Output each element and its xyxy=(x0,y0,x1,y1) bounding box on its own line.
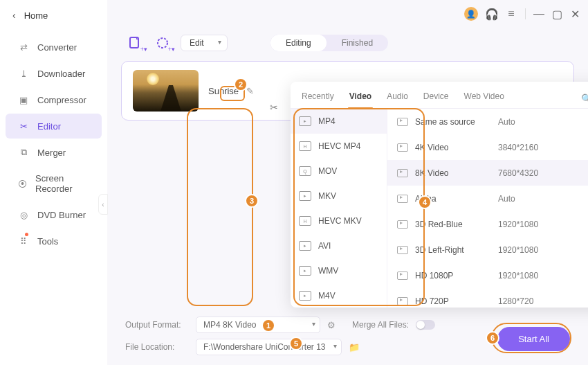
file-location-label: File Location: xyxy=(125,342,189,352)
profile-row[interactable]: 3D Left-Right1920*1080✎ xyxy=(387,237,588,262)
sidebar-item-converter[interactable]: ⇄ Converter xyxy=(6,35,102,60)
film-icon: H xyxy=(299,216,311,226)
callout-4: 4 xyxy=(418,195,432,209)
edit-dd-label: Edit xyxy=(190,38,204,48)
callout-1: 1 xyxy=(261,319,275,332)
sidebar-item-tools[interactable]: ⠿ Tools xyxy=(6,229,102,253)
file-location-dropdown[interactable]: F:\Wondershare UniConverter 13 ▾ xyxy=(196,339,342,355)
search-icon: 🔍 xyxy=(581,94,588,104)
format-mp4[interactable]: ▸MP4 xyxy=(291,109,387,134)
video-icon xyxy=(397,195,408,203)
film-icon: ▸ xyxy=(299,266,311,276)
format-mov[interactable]: QMOV xyxy=(291,159,387,184)
profile-row[interactable]: AlphaAuto✎ xyxy=(387,186,588,211)
sidebar-item-downloader[interactable]: ⤓ Downloader xyxy=(6,61,102,86)
video-icon xyxy=(397,169,408,177)
compress-icon: ▣ xyxy=(18,94,29,105)
cut-icon[interactable]: ✂ xyxy=(270,102,278,113)
add-file-button[interactable]: +▾ xyxy=(125,35,145,51)
profile-row[interactable]: HD 720P1280*720✎ xyxy=(387,288,588,308)
settings-icon[interactable]: ⚙ xyxy=(327,320,336,330)
media-thumbnail[interactable] xyxy=(133,70,199,112)
tab-device[interactable]: Device xyxy=(422,89,450,108)
format-wmv[interactable]: ▸WMV xyxy=(291,258,387,283)
format-avi[interactable]: ▸AVI xyxy=(291,233,387,258)
sidebar-item-compressor[interactable]: ▣ Compressor xyxy=(6,87,102,112)
profile-row[interactable]: 8K Video7680*4320✎ xyxy=(387,160,588,186)
bottom-bar: Output Format: MP4 8K Video ▾ ⚙ Merge Al… xyxy=(107,310,588,365)
main-area: +▾ +▾ Edit Editing Finished Sunrise ✎ ✂ … xyxy=(107,0,588,365)
film-icon: ▸ xyxy=(299,116,311,126)
tab-recently[interactable]: Recently xyxy=(300,89,336,108)
output-format-label: Output Format: xyxy=(125,320,189,330)
svg-point-1 xyxy=(158,38,167,48)
nav-label: Merger xyxy=(37,148,66,158)
pill-editing[interactable]: Editing xyxy=(270,35,327,51)
panel-search[interactable]: 🔍 Search xyxy=(581,94,588,104)
converter-icon: ⇄ xyxy=(18,42,29,53)
format-list: ▸MP4 HHEVC MP4 QMOV ▸MKV HHEVC MKV ▸AVI … xyxy=(291,109,387,308)
folder-open-icon[interactable]: 📁 xyxy=(349,342,360,353)
panel-tabs: Recently Video Audio Device Web Video 🔍 … xyxy=(291,82,588,109)
merge-icon: ⧉ xyxy=(18,147,29,158)
tab-web-video[interactable]: Web Video xyxy=(463,89,506,108)
home-back[interactable]: ‹ Home xyxy=(0,6,107,33)
profile-row[interactable]: 3D Red-Blue1920*1080✎ xyxy=(387,211,588,237)
callout-6: 6 xyxy=(486,331,499,345)
callout-5: 5 xyxy=(289,337,303,350)
nav-label: Converter xyxy=(37,42,77,53)
nav-label: Downloader xyxy=(37,69,85,79)
merge-toggle[interactable] xyxy=(416,320,435,330)
chevron-down-icon: ▾ xyxy=(312,320,315,328)
scissors-icon: ✂ xyxy=(18,121,29,132)
nav-label: Editor xyxy=(37,121,61,132)
sidebar-item-merger[interactable]: ⧉ Merger xyxy=(6,140,102,165)
chevron-down-icon: ▾ xyxy=(333,342,337,350)
sidebar-item-editor[interactable]: ✂ Editor xyxy=(6,114,102,139)
edit-mode-dropdown[interactable]: Edit xyxy=(181,35,228,51)
profile-row[interactable]: Same as sourceAuto✎ xyxy=(387,109,588,134)
pill-finished[interactable]: Finished xyxy=(327,35,388,51)
rename-icon[interactable]: ✎ xyxy=(246,86,254,96)
record-icon: ⦿ xyxy=(18,178,27,189)
film-icon: Q xyxy=(299,166,311,176)
film-icon: ▸ xyxy=(299,291,311,301)
video-icon xyxy=(397,297,408,305)
film-icon: H xyxy=(299,141,311,151)
video-icon xyxy=(397,143,408,152)
output-format-dropdown[interactable]: MP4 8K Video ▾ xyxy=(196,317,320,333)
collapse-sidebar-button[interactable]: ‹ xyxy=(98,194,108,215)
video-icon xyxy=(397,246,408,254)
video-icon xyxy=(397,271,408,280)
tab-video[interactable]: Video xyxy=(348,89,373,108)
status-pills: Editing Finished xyxy=(270,35,388,51)
sidebar-item-dvd-burner[interactable]: ◎ DVD Burner xyxy=(6,202,102,227)
file-location-value: F:\Wondershare UniConverter 13 xyxy=(203,342,326,352)
profile-row[interactable]: HD 1080P1920*1080✎ xyxy=(387,262,588,288)
nav-label: Screen Recorder xyxy=(35,173,89,194)
format-hevc-mp4[interactable]: HHEVC MP4 xyxy=(291,134,387,159)
grid-icon: ⠿ xyxy=(18,235,29,247)
format-hevc-mkv[interactable]: HHEVC MKV xyxy=(291,208,387,233)
sidebar-item-screen-recorder[interactable]: ⦿ Screen Recorder xyxy=(6,166,102,201)
start-all-button[interactable]: Start All xyxy=(497,327,570,351)
output-format-value: MP4 8K Video xyxy=(203,320,257,330)
tab-audio[interactable]: Audio xyxy=(385,89,410,108)
format-mkv[interactable]: ▸MKV xyxy=(291,184,387,208)
chevron-left-icon: ‹ xyxy=(12,10,16,21)
film-icon: ▸ xyxy=(299,241,311,251)
toolbar: +▾ +▾ Edit Editing Finished xyxy=(107,28,588,55)
video-icon xyxy=(397,220,408,229)
format-m4v[interactable]: ▸M4V xyxy=(291,283,387,308)
film-icon: ▸ xyxy=(299,191,311,201)
format-panel: Recently Video Audio Device Web Video 🔍 … xyxy=(291,82,588,308)
callout-2: 2 xyxy=(234,78,248,91)
download-icon: ⤓ xyxy=(18,68,29,79)
add-url-button[interactable]: +▾ xyxy=(153,35,172,51)
home-label: Home xyxy=(24,10,48,21)
new-dot-icon xyxy=(25,233,28,236)
callout-3: 3 xyxy=(245,194,259,208)
sidebar: ‹ Home ⇄ Converter ⤓ Downloader ▣ Compre… xyxy=(0,0,107,365)
profile-row[interactable]: 4K Video3840*2160✎ xyxy=(387,134,588,160)
video-icon xyxy=(397,118,408,126)
